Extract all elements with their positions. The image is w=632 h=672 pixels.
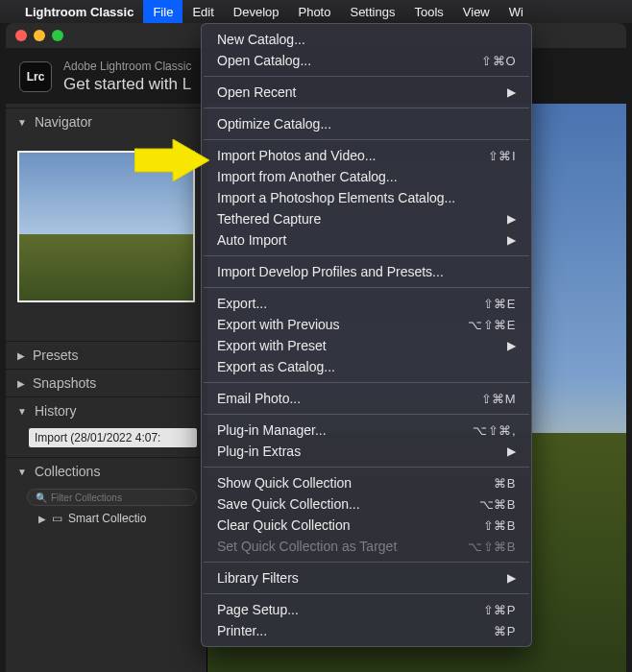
- chevron-right-icon: ▶: [507, 444, 516, 458]
- menu-import-dev-profiles[interactable]: Import Develop Profiles and Presets...: [202, 261, 531, 282]
- chevron-right-icon: ▶: [507, 85, 516, 99]
- menu-separator: [204, 382, 529, 383]
- menu-set-quick-collection-target: Set Quick Collection as Target⌥⇧⌘B: [202, 536, 531, 557]
- menu-separator: [204, 108, 529, 108]
- mac-menubar: Lightroom Classic File Edit Develop Phot…: [0, 0, 632, 23]
- menu-open-recent[interactable]: Open Recent▶: [202, 82, 531, 103]
- menu-export-preset[interactable]: Export with Preset▶: [202, 335, 531, 356]
- menu-edit[interactable]: Edit: [182, 0, 223, 23]
- menu-import-another-catalog[interactable]: Import from Another Catalog...: [202, 166, 531, 187]
- chevron-down-icon: ▼: [17, 467, 27, 477]
- menu-separator: [204, 255, 529, 256]
- menu-tethered-capture[interactable]: Tethered Capture▶: [202, 208, 531, 229]
- chevron-down-icon: ▼: [17, 117, 27, 128]
- chevron-right-icon: ▶: [507, 571, 516, 585]
- menu-separator: [204, 593, 529, 594]
- menu-separator: [204, 562, 529, 563]
- panel-label: Presets: [33, 348, 78, 363]
- menu-auto-import[interactable]: Auto Import▶: [202, 229, 531, 251]
- menu-printer[interactable]: Printer...⌘P: [202, 620, 531, 641]
- header-subtitle: Adobe Lightroom Classic: [63, 60, 191, 74]
- menu-tools[interactable]: Tools: [404, 0, 452, 23]
- menu-plugin-manager[interactable]: Plug-in Manager...⌥⇧⌘,: [202, 420, 531, 441]
- smart-collections-item[interactable]: ▶ ▭ Smart Collectio: [38, 512, 207, 525]
- chevron-down-icon: ▼: [17, 406, 27, 417]
- smart-collections-label: Smart Collectio: [68, 512, 146, 525]
- panel-label: Navigator: [35, 114, 92, 130]
- app-name[interactable]: Lightroom Classic: [25, 5, 134, 19]
- history-item[interactable]: Import (28/01/2022 4:07:: [29, 428, 197, 447]
- menu-photo[interactable]: Photo: [288, 0, 340, 23]
- left-sidebar: ▼ Navigator ▶ Presets ▶ Snapshots ▼ Hist…: [6, 104, 207, 672]
- menu-settings[interactable]: Settings: [340, 0, 404, 23]
- menu-page-setup[interactable]: Page Setup...⇧⌘P: [202, 599, 531, 620]
- chevron-right-icon: ▶: [38, 514, 46, 524]
- menu-export-previous[interactable]: Export with Previous⌥⇧⌘E: [202, 314, 531, 335]
- search-icon: 🔍: [36, 492, 47, 503]
- menu-clear-quick-collection[interactable]: Clear Quick Collection⇧⌘B: [202, 515, 531, 536]
- panel-history[interactable]: ▼ History: [6, 396, 207, 424]
- menu-separator: [204, 467, 529, 468]
- header-title: Get started with L: [63, 74, 191, 94]
- menu-file[interactable]: File: [143, 0, 182, 23]
- menu-open-catalog[interactable]: Open Catalog...⇧⌘O: [202, 50, 531, 71]
- file-menu-dropdown: New Catalog... Open Catalog...⇧⌘O Open R…: [201, 23, 532, 647]
- panel-label: Snapshots: [33, 375, 96, 391]
- panel-collections[interactable]: ▼ Collections: [6, 457, 207, 485]
- panel-navigator[interactable]: ▼ Navigator: [6, 108, 207, 135]
- folder-icon: ▭: [52, 512, 62, 525]
- menu-new-catalog[interactable]: New Catalog...: [202, 29, 531, 50]
- menu-import-photos-video[interactable]: Import Photos and Video...⇧⌘I: [202, 145, 531, 166]
- minimize-icon[interactable]: [34, 30, 45, 41]
- menu-plugin-extras[interactable]: Plug-in Extras▶: [202, 441, 531, 462]
- menu-export-catalog[interactable]: Export as Catalog...: [202, 356, 531, 377]
- panel-label: History: [35, 403, 77, 419]
- menu-separator: [204, 414, 529, 415]
- menu-develop[interactable]: Develop: [224, 0, 289, 23]
- chevron-right-icon: ▶: [507, 339, 516, 352]
- menu-export[interactable]: Export...⇧⌘E: [202, 293, 531, 314]
- panel-presets[interactable]: ▶ Presets: [6, 341, 207, 369]
- chevron-right-icon: ▶: [507, 212, 516, 226]
- filter-placeholder: Filter Collections: [51, 492, 122, 503]
- menu-separator: [204, 287, 529, 288]
- chevron-right-icon: ▶: [17, 350, 25, 361]
- panel-label: Collections: [35, 464, 100, 479]
- menu-import-pse-catalog[interactable]: Import a Photoshop Elements Catalog...: [202, 187, 531, 208]
- panel-snapshots[interactable]: ▶ Snapshots: [6, 369, 207, 396]
- filter-collections-input[interactable]: 🔍 Filter Collections: [27, 489, 197, 506]
- menu-library-filters[interactable]: Library Filters▶: [202, 567, 531, 588]
- chevron-right-icon: ▶: [17, 378, 25, 389]
- menu-save-quick-collection[interactable]: Save Quick Collection...⌥⌘B: [202, 493, 531, 515]
- menu-separator: [204, 139, 529, 140]
- menu-view[interactable]: View: [453, 0, 499, 23]
- navigator-preview[interactable]: [17, 151, 195, 302]
- chevron-right-icon: ▶: [507, 233, 516, 247]
- menu-email-photo[interactable]: Email Photo...⇧⌘M: [202, 388, 531, 409]
- menu-window-truncated[interactable]: Wi: [499, 0, 533, 23]
- zoom-icon[interactable]: [52, 30, 63, 41]
- lrc-badge-icon: Lrc: [19, 61, 52, 92]
- close-icon[interactable]: [15, 30, 27, 41]
- menu-separator: [204, 76, 529, 77]
- menu-optimize-catalog[interactable]: Optimize Catalog...: [202, 113, 531, 134]
- menu-show-quick-collection[interactable]: Show Quick Collection⌘B: [202, 472, 531, 493]
